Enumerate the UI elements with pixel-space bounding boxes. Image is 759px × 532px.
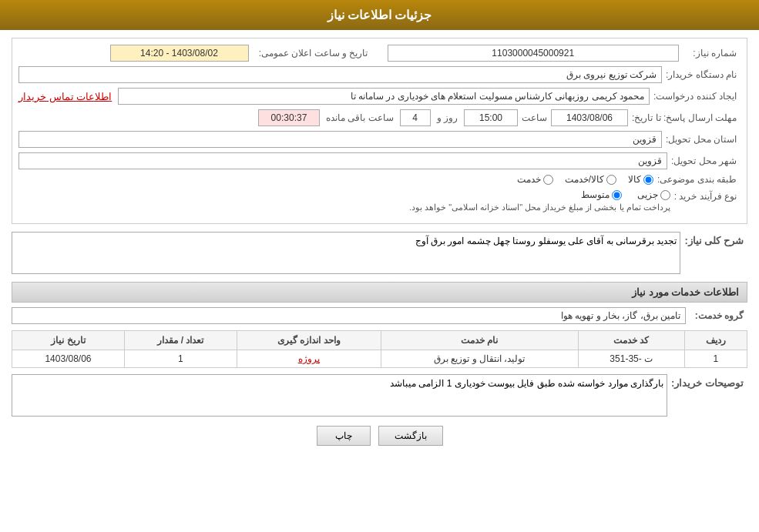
buyer-desc-textarea[interactable] — [12, 374, 667, 417]
row-requester: ایجاد کننده درخواست: محمود کریمی روزبهان… — [18, 88, 741, 105]
announcement-group: تاریخ و ساعت اعلان عمومی: 1403/08/02 - 1… — [18, 45, 372, 62]
need-description-textarea[interactable] — [12, 232, 680, 274]
table-header-row: ردیف کد خدمت نام خدمت واحد اندازه گیری ت… — [12, 331, 747, 350]
row-province: استان محل تحویل: قزوین — [18, 131, 741, 148]
col-need-date: تاریخ نیاز — [12, 331, 125, 350]
print-button[interactable]: چاپ — [317, 426, 371, 446]
remaining-label: ساعت باقی مانده — [320, 112, 400, 123]
requester-group: ایجاد کننده درخواست: محمود کریمی روزبهان… — [18, 88, 741, 105]
purchase-type-content: جزیی متوسط پرداخت تمام یا بخشی از مبلغ خ… — [18, 189, 670, 212]
contact-link[interactable]: اطلاعات تماس خریدار — [18, 91, 112, 102]
cell-service-name: تولید، انتقال و توزیع برق — [381, 350, 578, 368]
table-row: 1 ت -35-351 تولید، انتقال و توزیع برق پر… — [12, 350, 747, 368]
deadline-time: 15:00 — [464, 109, 518, 126]
row-need-number: شماره نیاز: 1103000045000921 تاریخ و ساع… — [18, 45, 741, 62]
need-description-section: شرح کلی نیاز: document.querySelector('[d… — [12, 232, 747, 274]
purchase-note: پرداخت تمام یا بخشی از مبلغ خریداز محل "… — [18, 202, 670, 212]
row-category: طبقه بندی موضوعی: کالا کالا/خدمت خدمت — [18, 174, 741, 185]
requester-value: محمود کریمی روزبهانی کارشناس مسولیت استع… — [118, 88, 650, 105]
remaining-time: 00:30:37 — [258, 109, 320, 126]
deadline-label: مهلت ارسال پاسخ: تا تاریخ: — [628, 112, 741, 123]
cell-quantity: 1 — [124, 350, 237, 368]
cell-need-date: 1403/08/06 — [12, 350, 125, 368]
deadline-time-separator: ساعت — [518, 112, 551, 123]
service-info-title: اطلاعات خدمات مورد نیاز — [12, 282, 747, 303]
buyer-desc-row: توصیحات خریدار: — [12, 374, 747, 417]
deadline-days-label: روز و — [431, 112, 464, 123]
province-label: استان محل تحویل: — [662, 134, 741, 145]
service-table: ردیف کد خدمت نام خدمت واحد اندازه گیری ت… — [12, 330, 747, 368]
row-service-group: گروه خدمت: تامین برق، گاز، بخار و تهویه … — [12, 307, 747, 324]
row-purchase-type: نوع فرآیند خرید : جزیی متوسط پرداخت تمام… — [18, 189, 741, 212]
purchase-type-label: نوع فرآیند خرید : — [670, 189, 741, 202]
need-number-group: شماره نیاز: 1103000045000921 — [388, 45, 741, 62]
buttons-row: بازگشت چاپ — [12, 426, 747, 446]
city-label: شهر محل تحویل: — [667, 156, 741, 166]
page-container: جزئیات اطلاعات نیاز شماره نیاز: 11030000… — [0, 0, 759, 532]
buyer-org-value: شرکت توزیع نیروی برق — [18, 66, 662, 83]
buyer-org-label: نام دستگاه خریدار: — [662, 69, 741, 80]
announcement-label: تاریخ و ساعت اعلان عمومی: — [249, 48, 372, 59]
province-value: قزوین — [18, 131, 662, 148]
need-desc-label: شرح کلی نیاز: — [680, 232, 747, 246]
col-service-name: نام خدمت — [381, 331, 578, 350]
service-group-value: تامین برق، گاز، بخار و تهویه هوا — [12, 307, 686, 324]
info-section: شماره نیاز: 1103000045000921 تاریخ و ساع… — [12, 38, 747, 224]
cell-unit: پروژه — [237, 350, 381, 368]
need-number-value: 1103000045000921 — [388, 45, 680, 62]
category-option-kala[interactable]: کالا — [628, 174, 653, 185]
col-quantity: تعداد / مقدار — [124, 331, 237, 350]
cell-service-code: ت -35-351 — [578, 350, 684, 368]
col-rownum: ردیف — [684, 331, 747, 350]
deadline-days: 4 — [400, 109, 431, 126]
category-option-khadamat[interactable]: خدمت — [517, 174, 553, 185]
row-buyer-org: نام دستگاه خریدار: شرکت توزیع نیروی برق — [18, 66, 741, 83]
page-header: جزئیات اطلاعات نیاز — [0, 0, 759, 30]
purchase-option-jozii[interactable]: جزیی — [637, 189, 670, 200]
col-service-code: کد خدمت — [578, 331, 684, 350]
page-title: جزئیات اطلاعات نیاز — [327, 8, 432, 22]
service-group-label: گروه خدمت: — [686, 310, 747, 321]
category-radio-group: کالا کالا/خدمت خدمت — [517, 174, 653, 185]
buyer-org-group: نام دستگاه خریدار: شرکت توزیع نیروی برق — [18, 66, 741, 83]
requester-label: ایجاد کننده درخواست: — [650, 91, 741, 102]
purchase-options: جزیی متوسط — [18, 189, 670, 200]
row-deadline: مهلت ارسال پاسخ: تا تاریخ: 1403/08/06 سا… — [18, 109, 741, 126]
purchase-option-motovaset[interactable]: متوسط — [581, 189, 622, 200]
city-value: قزوین — [18, 152, 667, 169]
category-option-kala-khadamat[interactable]: کالا/خدمت — [565, 174, 616, 185]
deadline-date: 1403/08/06 — [551, 109, 628, 126]
cell-rownum: 1 — [684, 350, 747, 368]
row-need-desc: شرح کلی نیاز: — [12, 232, 747, 274]
announcement-value: 1403/08/02 - 14:20 — [110, 45, 249, 62]
row-city: شهر محل تحویل: قزوین — [18, 152, 741, 169]
category-label: طبقه بندی موضوعی: — [653, 174, 741, 185]
main-content: شماره نیاز: 1103000045000921 تاریخ و ساع… — [0, 30, 759, 461]
col-unit: واحد اندازه گیری — [237, 331, 381, 350]
need-number-label: شماره نیاز: — [679, 48, 741, 59]
city-group: شهر محل تحویل: قزوین — [18, 152, 741, 169]
back-button[interactable]: بازگشت — [378, 426, 443, 446]
buyer-desc-label: توصیحات خریدار: — [667, 374, 747, 389]
province-group: استان محل تحویل: قزوین — [18, 131, 741, 148]
